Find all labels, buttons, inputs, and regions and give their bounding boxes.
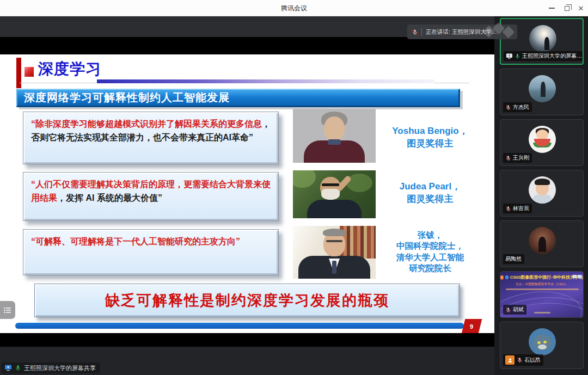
page-number-flag: 9 [462, 319, 482, 333]
video-corner-chips [573, 275, 581, 278]
avatar [529, 126, 556, 153]
slide-section-title: 深度学习 [38, 59, 101, 79]
host-badge-icon [505, 355, 514, 365]
participant-name-tag: 易陶然 [503, 254, 524, 264]
shared-slide: 深度学习 深度网络学习可解释性制约人工智能发展 “除非深度学习能够超越模式识别并… [0, 54, 494, 333]
photo-detail [322, 183, 339, 186]
participant-tile-fangjiemin[interactable]: 方杰民 [500, 69, 584, 115]
caption-bengio: Yoshua Bengio， 图灵奖得主 [381, 125, 479, 150]
avatar [529, 25, 556, 52]
participant-name-tag: 石以昂 [503, 354, 543, 366]
photo-zhang-bo [293, 226, 376, 279]
photo-detail [321, 189, 340, 200]
participant-name-tag: 王熙照深圳大学的屏幕共... [504, 51, 584, 61]
participant-tile-hubin[interactable]: CSIG图像图形中国行-华中科技大学站 主办：中国图象图形学学会（CSIG） 胡… [500, 271, 584, 318]
participant-tile-shiyiang[interactable]: 石以昂 [500, 322, 584, 369]
avatar-detail [543, 341, 547, 343]
screen-share-text: 王熙照深圳大学的屏幕共享 [24, 364, 96, 372]
caption-zhangbo: 张钹， 中国科学院院士， 清华大学人工智能 研究院院长 [381, 230, 479, 274]
screen-share-label: 王熙照深圳大学的屏幕共享 [2, 362, 100, 373]
page-number: 9 [470, 323, 473, 330]
participant-name-tag: 王兴刚 [503, 153, 532, 163]
participant-name: 方杰民 [513, 103, 529, 111]
title-gradient-rule [97, 79, 434, 83]
video-title: CSIG图像图形中国行-华中科技大学站 [510, 274, 583, 280]
close-button[interactable]: ✕ [572, 0, 588, 16]
avatar-detail [537, 341, 541, 344]
list-handle-icon [4, 307, 11, 313]
photo-detail [293, 170, 316, 188]
participant-name-tag: 方杰民 [503, 102, 532, 112]
caption-line: 图灵奖得主 [381, 138, 479, 150]
slide-progress-bar [15, 323, 464, 329]
quote-red-text: “可解释、可理解将是下一代人工智能研究的主攻方向” [31, 237, 240, 246]
participant-name: 林宙辰 [513, 205, 529, 212]
avatar [529, 328, 556, 355]
photo-detail [307, 200, 362, 218]
letterbox-bottom [0, 333, 494, 347]
mic-muted-icon [505, 307, 511, 313]
avatar-detail [538, 237, 546, 252]
mic-muted-icon [517, 357, 523, 363]
photo-detail [324, 116, 345, 140]
participant-name: 易陶然 [505, 255, 522, 263]
photo-yoshua-bengio [293, 109, 376, 163]
mic-muted-icon [412, 29, 418, 35]
letterbox-top [0, 37, 494, 54]
csig-logo-icon [500, 275, 504, 280]
title-red-square [24, 67, 34, 77]
restore-icon [565, 6, 569, 11]
photo-detail [323, 229, 346, 236]
mic-muted-icon [505, 206, 511, 212]
caption-line: 中国科学院院士， [381, 241, 479, 251]
photo-detail [346, 174, 372, 192]
participant-name-tag: 林宙辰 [503, 204, 532, 213]
caption-line: 研究院院长 [381, 263, 479, 274]
avatar-detail [533, 194, 552, 204]
participant-tile-linzhouchen[interactable]: 林宙辰 [500, 170, 584, 217]
window-title: 腾讯会议 [0, 0, 588, 16]
quote-box-bengio: “除非深度学习能够超越模式识别并了解因果关系的更多信息，否则它将无法实现其全部潜… [23, 112, 279, 164]
mic-muted-icon [505, 155, 511, 161]
slide-headline-banner: 深度网络学习可解释性制约人工智能发展 [16, 89, 460, 107]
mic-on-icon [514, 53, 520, 59]
video-title-row: CSIG图像图形中国行-华中科技大学站 [500, 274, 583, 280]
screen-share-icon [4, 365, 12, 371]
avatar-detail [544, 37, 549, 50]
photo-detail [326, 240, 342, 242]
window-titlebar: 腾讯会议 ✕ [0, 0, 588, 16]
participant-name: 石以昂 [524, 356, 541, 364]
participant-tile-wangxinggang[interactable]: 王兴刚 [500, 119, 584, 166]
caption-line: Yoshua Bengio， [381, 125, 479, 138]
quote-red-text: “除非深度学习能够超越模式识别并了解因果关系的更多信息 [31, 119, 262, 128]
caption-line: 图灵奖得主 [381, 193, 479, 206]
photo-detail [328, 139, 341, 145]
participant-name: 胡斌 [513, 306, 524, 313]
avatar-detail [535, 179, 550, 185]
video-host-line: 主办：中国图象图形学学会（CSIG） [505, 282, 579, 286]
caption-line: 张钹， [381, 230, 479, 241]
csig-logo2-icon [505, 275, 508, 279]
video-small-text-blur [506, 288, 579, 290]
participant-tile-yitaoran[interactable]: 易陶然 [500, 220, 584, 267]
photo-judea-pearl [293, 170, 376, 218]
avatar-detail [538, 345, 547, 349]
quote-box-zhangbo: “可解释、可理解将是下一代人工智能研究的主攻方向” [23, 229, 279, 275]
video-date-blur [534, 312, 550, 313]
mic-muted-icon [505, 104, 511, 110]
participant-name-tag: 胡斌 [503, 305, 526, 315]
conclusion-text: 缺乏可解释性是制约深度学习发展的瓶颈 [105, 291, 389, 310]
caption-line: Judea Pearl， [381, 181, 479, 193]
caption-pearl: Judea Pearl， 图灵奖得主 [381, 181, 479, 206]
minimize-icon [549, 8, 555, 9]
participant-name: 王兴刚 [513, 154, 529, 162]
app-window: 腾讯会议 ✕ 正在讲话: 王熙照深圳大学... 深度学习 深度网络学习可解释性制… [0, 0, 588, 375]
screen-share-icon [506, 53, 513, 59]
participant-name: 王熙照深圳大学的屏幕共... [522, 52, 584, 60]
caption-line: 清华大学人工智能 [381, 252, 479, 263]
annotation-panel-handle[interactable] [0, 301, 15, 319]
title-red-bar [16, 58, 21, 88]
quote-box-pearl: “人们不仅需要理解其决策背后的原理，更需要结合大背景来使用结果，发挥 AI 系统… [23, 172, 279, 221]
photo-detail [332, 261, 336, 274]
avatar [529, 75, 556, 102]
